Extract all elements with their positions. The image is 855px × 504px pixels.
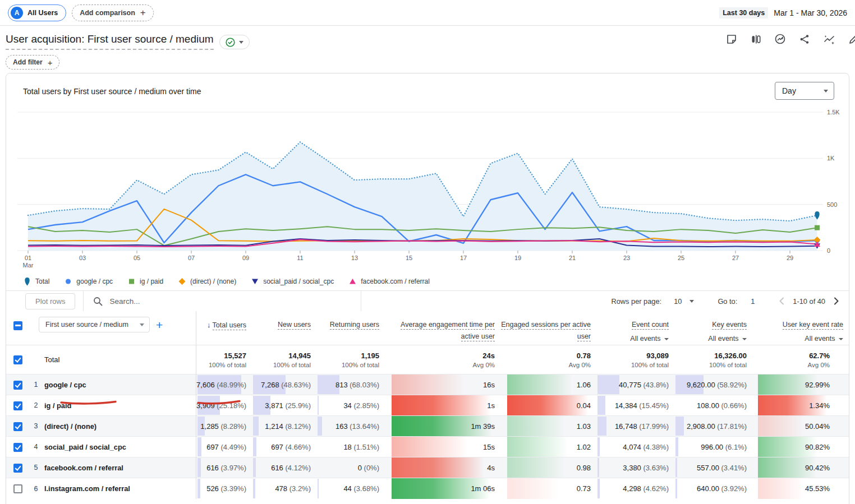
heatmap-cell: 0.98 bbox=[507, 457, 596, 478]
metric-cell-key_events: 2,908.00 (17.81%) bbox=[674, 416, 752, 437]
legend-label: Total bbox=[35, 278, 49, 285]
metric-cell-returning_users: 44 (3.68%) bbox=[316, 478, 385, 499]
chevron-down-icon bbox=[824, 90, 828, 93]
legend-item[interactable]: social_paid / social_cpc bbox=[251, 277, 334, 286]
data-bar bbox=[253, 479, 255, 498]
table-row[interactable]: 1 google / cpc7,606 (48.99%)7,268 (48.63… bbox=[6, 374, 849, 395]
plot-rows-button[interactable]: Plot rows bbox=[25, 293, 75, 309]
rows-per-page-select[interactable]: 10 bbox=[674, 297, 682, 306]
x-axis-tick-label: 09 bbox=[242, 255, 249, 261]
legend-item[interactable]: ig / paid bbox=[127, 277, 163, 286]
source-medium-cell: (direct) / (none) bbox=[43, 416, 196, 437]
heatmap-cell: 4s bbox=[392, 457, 500, 478]
chevron-down-icon bbox=[239, 41, 243, 44]
table-row[interactable]: 2 ig / paid3,909 (25.18%)3,871 (25.9%)34… bbox=[6, 395, 849, 416]
legend-item[interactable]: google / cpc bbox=[64, 277, 113, 286]
data-bar bbox=[597, 417, 606, 436]
y-axis-tick-label: 1.5K bbox=[827, 109, 840, 115]
row-checkbox[interactable] bbox=[13, 422, 22, 431]
heatmap-cell: 1s bbox=[392, 395, 500, 415]
share-icon[interactable] bbox=[799, 34, 810, 45]
goto-label: Go to: bbox=[718, 297, 737, 306]
audience-chip-all-users[interactable]: A All Users bbox=[8, 4, 66, 21]
metric-cell-returning_users: 34 (2.85%) bbox=[316, 395, 385, 416]
notes-icon[interactable] bbox=[726, 34, 737, 45]
select-all-checkbox[interactable] bbox=[13, 321, 22, 330]
column-label[interactable]: Average engagement time per active user bbox=[401, 321, 495, 341]
column-header-engaged_sessions: Engaged sessions per active user bbox=[500, 311, 596, 345]
row-checkbox[interactable] bbox=[13, 443, 22, 452]
column-filter[interactable]: All events bbox=[597, 333, 669, 345]
legend-marker-droplet-icon bbox=[23, 277, 31, 286]
previous-page-icon[interactable] bbox=[777, 296, 787, 306]
edit-icon[interactable] bbox=[848, 34, 855, 45]
plus-icon: + bbox=[48, 58, 53, 67]
metric-cell-user_key_event_rate: 45.53% bbox=[752, 478, 849, 499]
column-filter[interactable]: All events bbox=[753, 333, 843, 345]
column-filter[interactable]: All events bbox=[675, 333, 747, 345]
totals-checkbox[interactable] bbox=[13, 355, 22, 364]
row-index: 5 bbox=[29, 457, 43, 478]
add-dimension-button[interactable]: + bbox=[156, 319, 163, 331]
legend-item[interactable]: (direct) / (none) bbox=[178, 277, 236, 286]
metric-cell-key_events: 557.00 (3.41%) bbox=[674, 457, 752, 478]
table-row[interactable]: 5 facebook.com / referral616 (3.97%)616 … bbox=[6, 457, 849, 478]
next-page-icon[interactable] bbox=[831, 296, 841, 306]
column-label[interactable]: Returning users bbox=[330, 321, 379, 330]
heatmap-cell: 16s bbox=[392, 374, 500, 395]
table-row[interactable]: 3 (direct) / (none)1,285 (8.28%)1,214 (8… bbox=[6, 416, 849, 437]
metric-cell-key_events: 996.00 (6.1%) bbox=[674, 437, 752, 457]
x-axis-tick-label: 11 bbox=[297, 255, 303, 261]
metric-cell-event_count: 40,775 (43.8%) bbox=[596, 374, 674, 395]
heatmap-cell: 0.73 bbox=[507, 478, 596, 499]
metric-cell-engaged_sessions: 1.03 bbox=[500, 416, 596, 437]
column-label[interactable]: Key events bbox=[712, 321, 747, 330]
metric-cell-engaged_sessions: 1.02 bbox=[500, 437, 596, 457]
date-range-picker[interactable]: Last 30 days Mar 1 - Mar 30, 2026 bbox=[719, 7, 847, 19]
speed-insights-icon[interactable] bbox=[774, 33, 786, 45]
row-checkbox[interactable] bbox=[13, 381, 22, 390]
table-row[interactable]: 6 l.instagram.com / referral526 (3.39%)4… bbox=[6, 478, 849, 499]
goto-page-input[interactable]: 1 bbox=[751, 297, 755, 306]
metric-cell-total_users: 1,285 (8.28%) bbox=[196, 416, 252, 437]
date-range-value: Mar 1 - Mar 30, 2026 bbox=[774, 8, 847, 17]
legend-item[interactable]: Total bbox=[23, 277, 49, 286]
search-placeholder: Search... bbox=[109, 297, 140, 306]
metric-cell-avg_engagement_time: 1s bbox=[385, 395, 500, 416]
row-index: 6 bbox=[29, 478, 43, 499]
add-comparison-button[interactable]: Add comparison + bbox=[72, 4, 154, 21]
table-row[interactable]: 4 social_paid / social_cpc697 (4.49%)697… bbox=[6, 437, 849, 457]
report-status-badge[interactable] bbox=[219, 35, 250, 49]
add-filter-label: Add filter bbox=[13, 58, 43, 66]
chevron-down-icon bbox=[839, 338, 843, 340]
insights-icon[interactable] bbox=[823, 34, 835, 45]
row-checkbox[interactable] bbox=[13, 484, 22, 493]
timeseries-chart[interactable]: 1.5K1K500001Mar0305070911131517192123252… bbox=[6, 104, 849, 272]
ab-compare-icon[interactable] bbox=[750, 34, 761, 45]
column-label[interactable]: Engaged sessions per active user bbox=[501, 321, 591, 341]
data-bar bbox=[597, 479, 600, 498]
date-range-type: Last 30 days bbox=[719, 7, 768, 19]
granularity-select[interactable]: Day bbox=[775, 82, 834, 100]
chart-title: Total users by First user source / mediu… bbox=[23, 87, 201, 96]
legend-item[interactable]: facebook.com / referral bbox=[348, 277, 430, 286]
dimension-select[interactable]: First user source / medium bbox=[39, 317, 150, 332]
metric-cell-avg_engagement_time: 15s bbox=[385, 437, 500, 457]
plus-icon: + bbox=[140, 8, 146, 17]
add-filter-button[interactable]: Add filter + bbox=[6, 55, 59, 70]
heatmap-cell: 1.02 bbox=[507, 437, 596, 457]
metric-cell-engaged_sessions: 1.06 bbox=[500, 374, 596, 395]
table-search-input[interactable]: Search... bbox=[83, 291, 361, 311]
column-label[interactable]: New users bbox=[278, 321, 311, 330]
chevron-down-icon bbox=[140, 323, 144, 326]
column-label[interactable]: User key event rate bbox=[783, 321, 843, 330]
x-axis-tick-label: 03 bbox=[79, 255, 86, 261]
chevron-down-icon[interactable] bbox=[689, 300, 694, 303]
metric-cell-event_count: 16,748 (17.99%) bbox=[596, 416, 674, 437]
row-checkbox[interactable] bbox=[13, 401, 22, 410]
row-checkbox[interactable] bbox=[13, 464, 22, 473]
x-axis-tick-label: 25 bbox=[678, 255, 684, 261]
column-label[interactable]: Total users bbox=[213, 321, 246, 330]
metric-cell-avg_engagement_time: 4s bbox=[385, 457, 500, 478]
column-label[interactable]: Event count bbox=[632, 321, 669, 330]
